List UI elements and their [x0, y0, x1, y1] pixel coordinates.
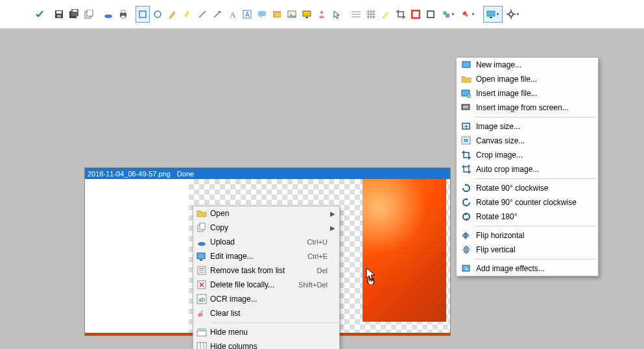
menu-item-label: Copy [210, 223, 328, 232]
text-icon[interactable]: A [225, 6, 239, 23]
svg-rect-64 [197, 331, 206, 336]
menu-item-label: Delete file locally... [210, 280, 291, 289]
border-red-icon[interactable] [409, 6, 423, 23]
svg-rect-52 [197, 253, 205, 259]
hidemenu-icon [193, 327, 210, 337]
save-all-icon[interactable] [67, 6, 81, 23]
svg-rect-20 [258, 11, 266, 16]
line-icon[interactable] [195, 6, 209, 23]
edit-icon [193, 251, 210, 261]
person-icon[interactable] [315, 6, 329, 23]
drop-rotate-180[interactable]: Rotate 180° [457, 210, 598, 224]
drop-canvas-size[interactable]: Canvas size... [457, 134, 598, 148]
drop-rotate-90-counter-clockwise[interactable]: Rotate 90° counter clockwise [457, 195, 598, 210]
save-icon[interactable] [52, 6, 66, 23]
drop-insert-image-from-screen[interactable]: Insert image from screen... [457, 101, 598, 115]
ctx-open[interactable]: Open▶ [193, 206, 339, 221]
svg-rect-73 [463, 106, 468, 108]
screen-icon[interactable]: ▼ [483, 6, 503, 23]
svg-rect-53 [200, 259, 202, 261]
border-black-icon[interactable] [423, 6, 438, 23]
drop-open-image-file[interactable]: Open image file... [457, 72, 598, 86]
ok-icon[interactable] [32, 6, 47, 23]
toolbar: A A 001 ▼ ▼ ▼ ▼ [0, 0, 644, 29]
ellipse-select-icon[interactable] [150, 6, 165, 23]
menu-item-label: Upload [210, 237, 300, 247]
ctx-delete-file-locally[interactable]: Delete file locally...Shift+Del [193, 278, 339, 292]
copy-icon[interactable] [82, 6, 96, 23]
svg-text:001: 001 [274, 12, 281, 18]
menu-item-label: Remove task from list [210, 266, 309, 275]
grid2-icon[interactable] [364, 6, 378, 23]
menu-separator [475, 259, 597, 259]
gear-icon[interactable]: ▼ [503, 6, 523, 23]
svg-rect-76 [464, 139, 468, 142]
fliph-icon [457, 230, 476, 241]
drop-add-image-effects[interactable]: Add image effects... [457, 261, 598, 276]
svg-rect-39 [427, 11, 434, 18]
ctx-edit-image[interactable]: Edit image...Ctrl+E [193, 249, 339, 263]
ctx-clear-list[interactable]: Clear list [193, 306, 339, 320]
status-label: Done [177, 170, 194, 178]
ctx-upload[interactable]: UploadCtrl+U [193, 235, 339, 249]
drop-flip-vertical[interactable]: Flip vertical [457, 243, 598, 257]
rect-select-icon[interactable] [136, 6, 150, 23]
menu-separator [475, 178, 597, 179]
print-icon[interactable] [116, 6, 130, 23]
ctx-copy[interactable]: Copy▶ [193, 221, 339, 235]
drop-rotate-90-clockwise[interactable]: Rotate 90° clockwise [457, 181, 598, 195]
pointer-icon[interactable] [329, 6, 344, 23]
arrow-icon[interactable] [210, 6, 224, 23]
svg-rect-43 [490, 17, 492, 18]
drop-crop-image[interactable]: Crop image... [457, 148, 598, 162]
menu-item-label: Insert image from screen... [476, 103, 586, 112]
task-list[interactable] [85, 179, 189, 335]
svg-rect-26 [305, 17, 308, 18]
upload-icon[interactable] [101, 6, 115, 23]
marker-icon[interactable] [180, 6, 195, 23]
menu-item-label: Clear list [210, 309, 328, 318]
filename-label: 2018-11-04_06-49-57.png [88, 170, 171, 178]
menu-separator [475, 117, 597, 117]
drop-auto-crop-image[interactable]: Auto crop image... [457, 162, 598, 176]
monitor-icon[interactable] [300, 6, 314, 23]
speech-icon[interactable] [255, 6, 269, 23]
svg-rect-65 [197, 343, 206, 349]
step-icon[interactable]: 001 [270, 6, 284, 23]
fx-icon[interactable]: ▼ [459, 6, 478, 23]
menu-item-label: Flip vertical [476, 245, 586, 254]
svg-line-16 [214, 12, 219, 18]
menu-item-shortcut: Shift+Del [298, 281, 328, 289]
copy-icon [193, 223, 210, 233]
insertscreen-icon [457, 102, 476, 113]
crop-icon[interactable] [394, 6, 408, 23]
pencil-icon[interactable] [165, 6, 180, 23]
svg-rect-42 [487, 11, 495, 16]
highlight-icon[interactable] [379, 6, 393, 23]
insertimg-icon [457, 88, 476, 99]
text-outline-icon[interactable]: A [240, 6, 254, 23]
drop-image-size[interactable]: Image size... [457, 119, 598, 134]
ctx-ocr-image[interactable]: abOCR image... [193, 292, 339, 306]
delete-icon [193, 280, 210, 290]
svg-point-77 [468, 165, 470, 167]
effects-icon [457, 263, 476, 274]
hidecol-icon [193, 341, 210, 349]
menu-item-label: Hide menu [210, 328, 328, 337]
svg-rect-10 [121, 10, 125, 13]
ctx-hide-columns[interactable]: Hide columns [193, 339, 339, 349]
titlebar[interactable]: 2018-11-04_06-49-57.png Done [85, 168, 450, 179]
image-icon[interactable] [285, 6, 299, 23]
drop-flip-horizontal[interactable]: Flip horizontal [457, 228, 598, 243]
shapes-icon[interactable]: ▼ [438, 6, 458, 23]
grid1-icon[interactable] [349, 6, 363, 23]
ctx-hide-menu[interactable]: Hide menu [193, 325, 339, 339]
drop-new-image[interactable]: New image... [457, 58, 598, 72]
ctx-remove-task-from-list[interactable]: Remove task from listDel [193, 263, 339, 278]
drop-insert-image-file[interactable]: Insert image file... [457, 86, 598, 101]
svg-text:A: A [230, 10, 236, 19]
canvassize-icon [457, 136, 476, 146]
svg-rect-2 [57, 15, 61, 18]
cropimg-icon [457, 150, 476, 160]
svg-rect-69 [462, 62, 470, 67]
